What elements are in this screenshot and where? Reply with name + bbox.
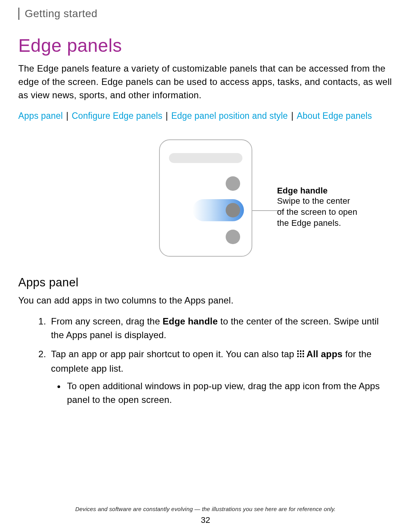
page-title: Edge panels <box>18 35 393 56</box>
section-heading-apps-panel: Apps panel <box>18 276 393 289</box>
phone-outline <box>159 139 252 257</box>
step-bold: All apps <box>306 349 342 359</box>
svg-point-3 <box>297 353 299 354</box>
app-dot-icon <box>226 203 240 217</box>
link-configure-edge-panels[interactable]: Configure Edge panels <box>72 111 162 121</box>
step-bold: Edge handle <box>162 316 218 326</box>
link-edge-panel-position[interactable]: Edge panel position and style <box>171 111 288 121</box>
phone-status-pill <box>169 153 242 163</box>
link-separator: | <box>64 111 71 121</box>
svg-point-1 <box>300 350 301 351</box>
app-dot-icon <box>226 230 240 244</box>
link-separator: | <box>163 111 170 121</box>
callout-title: Edge handle <box>277 186 359 196</box>
page-number: 32 <box>0 515 411 525</box>
callout: Edge handle Swipe to the center of the s… <box>277 186 359 228</box>
svg-point-2 <box>303 350 304 351</box>
apps-panel-intro: You can add apps in two columns to the A… <box>18 294 393 307</box>
svg-point-4 <box>300 353 301 354</box>
steps-list: From any screen, drag the Edge handle to… <box>18 315 393 407</box>
svg-point-6 <box>297 355 299 357</box>
callout-text: Swipe to the center of the screen to ope… <box>277 196 359 228</box>
bullet-item: To open additional windows in pop-up vie… <box>65 379 393 407</box>
link-separator: | <box>288 111 296 121</box>
all-apps-icon <box>296 348 305 362</box>
intro-paragraph: The Edge panels feature a variety of cus… <box>18 62 393 102</box>
svg-point-7 <box>300 355 301 357</box>
links-row: Apps panel | Configure Edge panels | Edg… <box>18 111 393 121</box>
link-about-edge-panels[interactable]: About Edge panels <box>297 111 372 121</box>
sub-bullets: To open additional windows in pop-up vie… <box>51 379 393 407</box>
step-text: From any screen, drag the <box>51 316 162 326</box>
step-item: From any screen, drag the Edge handle to… <box>49 315 393 342</box>
svg-point-5 <box>303 353 304 354</box>
step-text: Tap an app or app pair shortcut to open … <box>51 349 294 359</box>
illustration: Edge handle Swipe to the center of the s… <box>18 139 393 257</box>
step-item: Tap an app or app pair shortcut to open … <box>49 347 393 407</box>
breadcrumb: Getting started <box>18 8 393 20</box>
app-dot-icon <box>226 176 240 191</box>
link-apps-panel[interactable]: Apps panel <box>18 111 63 121</box>
svg-point-8 <box>303 355 304 357</box>
svg-point-0 <box>297 350 299 351</box>
footer-note: Devices and software are constantly evol… <box>0 506 411 512</box>
